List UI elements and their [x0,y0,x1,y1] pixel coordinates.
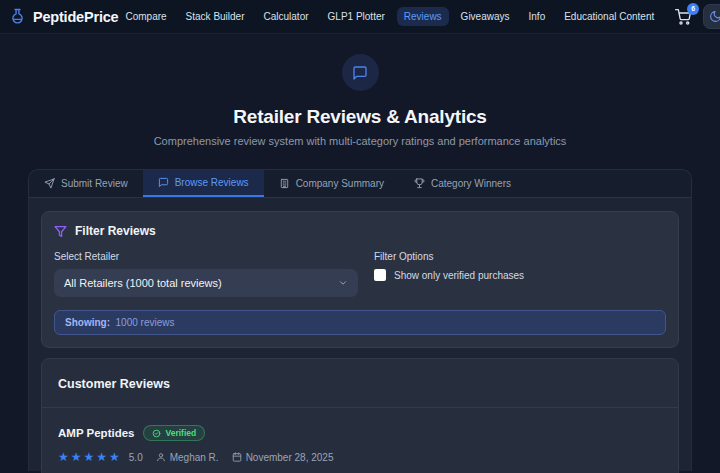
moon-icon [709,10,720,23]
tab-browse-reviews[interactable]: Browse Reviews [143,170,264,197]
verified-badge-label: Verified [165,428,196,438]
tab-label: Category Winners [431,178,511,189]
nav-links: Compare Stack Builder Calculator GLP1 Pl… [118,7,661,26]
review-header-row: AMP Peptides Verified [58,425,662,441]
review-date: November 28, 2025 [246,452,334,463]
calendar-icon [232,452,242,462]
retailer-select[interactable]: All Retailers (1000 total reviews) [54,269,358,297]
building-icon [279,178,290,189]
person-icon [156,452,166,462]
theme-toggle-button[interactable] [703,4,720,29]
badge-check-icon [152,429,161,438]
tab-company-summary[interactable]: Company Summary [264,170,399,197]
retailer-select-group: Select Retailer All Retailers (1000 tota… [54,251,358,297]
customer-reviews-title: Customer Reviews [58,377,170,391]
brand[interactable]: PeptidePrice [9,8,118,25]
tab-content: Filter Reviews Select Retailer All Retai… [28,198,692,471]
cart-badge: 6 [687,3,699,15]
verified-only-checkbox[interactable] [374,269,386,281]
verified-only-checkbox-row[interactable]: Show only verified purchases [374,269,524,281]
hero-section: Retailer Reviews & Analytics Comprehensi… [0,34,720,169]
tab-label: Submit Review [61,178,128,189]
tab-label: Company Summary [296,178,384,189]
filter-row: Select Retailer All Retailers (1000 tota… [54,251,666,297]
select-retailer-label: Select Retailer [54,251,358,262]
tab-submit-review[interactable]: Submit Review [29,170,143,197]
chevron-down-icon [338,278,348,288]
star-rating: ★★★★★ [58,450,122,464]
cart-button[interactable]: 6 [673,7,693,27]
filter-options-group: Filter Options Show only verified purcha… [374,251,524,297]
retailer-select-value: All Retailers (1000 total reviews) [64,277,222,289]
showing-label: Showing: [65,317,110,328]
brand-name: PeptidePrice [33,9,118,25]
page-subtitle: Comprehensive review system with multi-c… [0,135,720,147]
rating-number: 5.0 [129,452,143,463]
content-panel: Submit Review Browse Reviews Company Sum… [28,169,692,471]
review-item: AMP Peptides Verified ★★★★★ 5.0 [42,408,678,473]
filter-options-label: Filter Options [374,251,524,262]
nav-right: 6 [673,4,720,29]
page-title: Retailer Reviews & Analytics [0,106,720,128]
review-retailer-name: AMP Peptides [58,427,134,439]
chat-bubble-icon [352,65,368,81]
reviewer-name: Meghan R. [170,452,219,463]
hero-chat-icon-circle [342,54,379,91]
customer-reviews-card: Customer Reviews AMP Peptides Verified [41,358,679,473]
nav-link-educational-content[interactable]: Educational Content [557,7,661,26]
showing-count: 1000 reviews [116,317,175,328]
chat-icon [158,177,169,188]
nav-link-reviews[interactable]: Reviews [397,7,449,26]
filter-title: Filter Reviews [75,224,156,238]
tab-label: Browse Reviews [175,177,249,188]
trophy-icon [414,178,425,189]
review-meta-row: ★★★★★ 5.0 Meghan R. [58,450,662,464]
tab-bar: Submit Review Browse Reviews Company Sum… [28,169,692,198]
verified-only-label: Show only verified purchases [394,270,524,281]
funnel-icon [54,225,67,238]
filter-header: Filter Reviews [54,224,666,238]
showing-results-bar: Showing: 1000 reviews [54,310,666,335]
tab-category-winners[interactable]: Category Winners [399,170,526,197]
nav-link-stack-builder[interactable]: Stack Builder [179,7,252,26]
flask-icon [9,8,26,25]
send-icon [44,178,55,189]
review-date-group: November 28, 2025 [232,452,334,463]
nav-link-info[interactable]: Info [522,7,553,26]
filter-reviews-card: Filter Reviews Select Retailer All Retai… [41,211,679,348]
reviewer-group: Meghan R. [156,452,219,463]
top-navbar: PeptidePrice Compare Stack Builder Calcu… [0,0,720,34]
verified-badge: Verified [143,425,205,441]
customer-reviews-header: Customer Reviews [42,359,678,408]
nav-link-calculator[interactable]: Calculator [257,7,316,26]
nav-link-compare[interactable]: Compare [118,7,173,26]
nav-link-glp1-plotter[interactable]: GLP1 Plotter [321,7,392,26]
nav-link-giveaways[interactable]: Giveaways [454,7,517,26]
